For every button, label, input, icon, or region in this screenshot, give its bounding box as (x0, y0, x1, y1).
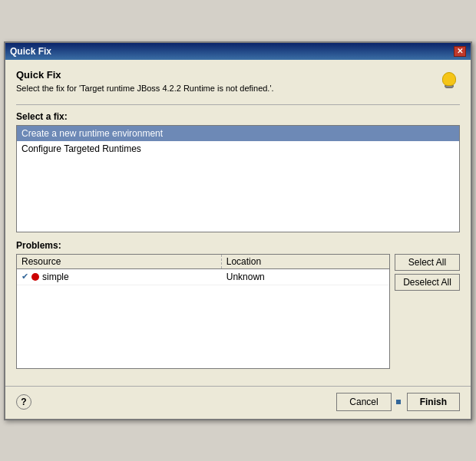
title-bar: Quick Fix ✕ (5, 43, 471, 60)
fix-section-label: Select a fix: (16, 111, 460, 122)
footer-left: ? (16, 394, 31, 410)
dialog-content: Quick Fix Select the fix for 'Target run… (5, 60, 471, 386)
problems-section: Problems: Resource Location ✔ simple Unk… (16, 240, 460, 369)
resource-column-header: Resource (17, 255, 222, 268)
lightbulb-icon (438, 72, 460, 97)
fix-item-1[interactable]: Create a new runtime environment (17, 126, 459, 141)
resource-name: simple (42, 272, 69, 282)
dialog-footer: ? Cancel Finish (5, 386, 471, 419)
side-buttons: Select All Deselect All (395, 254, 460, 369)
bulb-body (442, 72, 456, 86)
header-text: Quick Fix Select the fix for 'Target run… (16, 69, 274, 93)
resource-cell: ✔ simple (17, 269, 222, 285)
location-column-header: Location (222, 255, 266, 268)
location-cell: Unknown (222, 269, 269, 285)
error-icon (31, 273, 39, 281)
title-bar-text: Quick Fix (10, 46, 51, 57)
table-header: Resource Location (17, 255, 389, 269)
fix-list: Create a new runtime environment Configu… (16, 125, 460, 232)
footer-right: Cancel Finish (336, 393, 460, 411)
select-all-button[interactable]: Select All (395, 254, 460, 271)
table-row: ✔ simple Unknown (17, 269, 389, 285)
problems-area: Resource Location ✔ simple Unknown Selec… (16, 254, 460, 369)
problems-label: Problems: (16, 240, 460, 251)
dialog-title: Quick Fix (16, 69, 274, 81)
fix-item-2[interactable]: Configure Targeted Runtimes (17, 141, 459, 156)
check-icon: ✔ (21, 272, 28, 282)
header-section: Quick Fix Select the fix for 'Target run… (16, 69, 460, 97)
quick-fix-dialog: Quick Fix ✕ Quick Fix Select the fix for… (4, 41, 472, 420)
cancel-button[interactable]: Cancel (336, 393, 391, 411)
deselect-all-button[interactable]: Deselect All (395, 274, 460, 291)
header-separator (16, 104, 460, 105)
problems-table: Resource Location ✔ simple Unknown (16, 254, 390, 369)
finish-button[interactable]: Finish (407, 393, 460, 411)
dialog-description: Select the fix for 'Target runtime JBoss… (16, 84, 274, 93)
close-button[interactable]: ✕ (454, 46, 466, 57)
finish-accent (396, 400, 401, 404)
help-button[interactable]: ? (16, 394, 31, 410)
